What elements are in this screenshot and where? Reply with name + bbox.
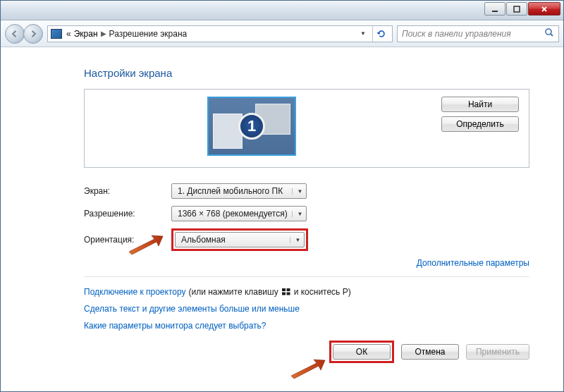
maximize-button[interactable] bbox=[506, 2, 527, 16]
navbar: « Экран ▶ Разрешение экрана ▼ Поиск в па… bbox=[1, 20, 563, 47]
minimize-button[interactable] bbox=[484, 2, 505, 16]
control-panel-icon bbox=[51, 29, 62, 39]
refresh-button[interactable] bbox=[372, 26, 389, 42]
find-button[interactable]: Найти bbox=[441, 97, 519, 112]
search-icon bbox=[544, 27, 554, 39]
svg-rect-3 bbox=[282, 288, 286, 291]
resolution-label: Разрешение: bbox=[84, 209, 171, 219]
display-preview-box: 1 Найти Определить bbox=[84, 89, 529, 168]
address-bar[interactable]: « Экран ▶ Разрешение экрана ▼ bbox=[47, 25, 393, 42]
monitor-number-badge: 1 bbox=[238, 113, 265, 140]
highlight-orientation: Альбомная ▼ bbox=[171, 228, 308, 251]
page-title: Настройки экрана bbox=[84, 67, 529, 79]
nav-forward-button[interactable] bbox=[23, 24, 43, 44]
text-size-link[interactable]: Сделать текст и другие элементы больше и… bbox=[84, 304, 300, 314]
svg-rect-1 bbox=[514, 6, 520, 12]
orientation-value: Альбомная bbox=[181, 235, 226, 245]
display-value: 1. Дисплей мобильного ПК bbox=[178, 186, 283, 196]
breadcrumb-separator-icon: ▶ bbox=[101, 30, 106, 37]
resolution-dropdown[interactable]: 1366 × 768 (рекомендуется) ▼ bbox=[171, 206, 307, 221]
orientation-label: Ориентация: bbox=[84, 235, 171, 245]
monitor-thumbnail[interactable]: 1 bbox=[207, 97, 296, 156]
content-area: Настройки экрана 1 Найти Определить Экра… bbox=[1, 47, 563, 391]
close-button[interactable] bbox=[528, 2, 560, 16]
orientation-dropdown[interactable]: Альбомная ▼ bbox=[175, 232, 305, 247]
ok-button[interactable]: ОК bbox=[333, 344, 391, 360]
resolution-value: 1366 × 768 (рекомендуется) bbox=[178, 209, 288, 219]
breadcrumb-prefix: « bbox=[66, 29, 71, 39]
chevron-down-icon: ▼ bbox=[292, 211, 303, 217]
search-placeholder: Поиск в панели управления bbox=[402, 29, 544, 39]
breadcrumb-resolution[interactable]: Разрешение экрана bbox=[109, 29, 188, 39]
windows-key-icon bbox=[281, 288, 291, 296]
cancel-button[interactable]: Отмена bbox=[401, 344, 459, 360]
advanced-settings-link[interactable]: Дополнительные параметры bbox=[417, 258, 529, 268]
highlight-ok: ОК bbox=[329, 341, 394, 363]
which-monitor-link[interactable]: Какие параметры монитора следует выбрать… bbox=[84, 321, 266, 331]
chevron-down-icon: ▼ bbox=[292, 188, 303, 195]
svg-rect-0 bbox=[492, 11, 498, 12]
svg-rect-6 bbox=[286, 293, 290, 295]
address-dropdown-icon[interactable]: ▼ bbox=[358, 30, 368, 37]
projector-hint-1: (или нажмите клавишу bbox=[189, 287, 278, 297]
svg-point-2 bbox=[546, 29, 551, 35]
breadcrumb-screen[interactable]: Экран bbox=[74, 29, 98, 39]
apply-button: Применить bbox=[466, 344, 529, 360]
projector-link[interactable]: Подключение к проектору bbox=[84, 287, 186, 297]
chevron-down-icon: ▼ bbox=[290, 237, 301, 243]
divider bbox=[84, 276, 529, 277]
footer-buttons: ОК Отмена Применить bbox=[84, 341, 529, 363]
display-label: Экран: bbox=[84, 186, 171, 196]
search-box[interactable]: Поиск в панели управления bbox=[397, 25, 559, 42]
svg-rect-4 bbox=[286, 288, 290, 291]
nav-back-button[interactable] bbox=[5, 24, 25, 44]
projector-hint-2: и коснитесь P) bbox=[294, 287, 351, 297]
titlebar bbox=[1, 1, 563, 20]
svg-rect-5 bbox=[282, 293, 286, 295]
detect-button[interactable]: Определить bbox=[441, 116, 519, 132]
display-dropdown[interactable]: 1. Дисплей мобильного ПК ▼ bbox=[171, 183, 307, 199]
